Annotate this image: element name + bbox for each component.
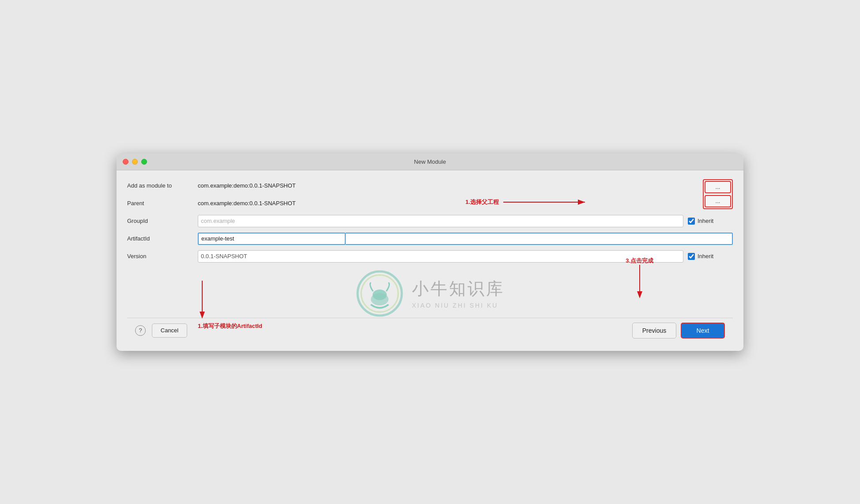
- parent-label: Parent: [127, 200, 198, 207]
- watermark: 小牛知识库 XIAO NIU ZHI SHI KU: [355, 269, 505, 318]
- annotation-2: 1.填写子模块的ArtifactId: [198, 322, 262, 330]
- version-inherit-label: Inherit: [698, 253, 713, 260]
- footer-right: Previous Next: [632, 323, 725, 339]
- close-button[interactable]: [123, 159, 128, 165]
- groupid-inherit-checkbox[interactable]: [688, 218, 695, 225]
- watermark-cn: 小牛知识库: [412, 278, 505, 300]
- maximize-button[interactable]: [141, 159, 147, 165]
- footer-left: ? Cancel: [135, 323, 187, 338]
- add-module-value: com.example:demo:0.0.1-SNAPSHOT: [198, 182, 296, 189]
- arrow-3: [635, 265, 644, 300]
- add-module-row: Add as module to com.example:demo:0.0.1-…: [127, 179, 733, 192]
- watermark-area: 小牛知识库 XIAO NIU ZHI SHI KU 3.点击完成: [127, 269, 733, 318]
- watermark-en: XIAO NIU ZHI SHI KU: [412, 302, 505, 309]
- parent-buttons-border: ... ...: [703, 179, 733, 209]
- main-content: Add as module to com.example:demo:0.0.1-…: [117, 170, 743, 351]
- watermark-text: 小牛知识库 XIAO NIU ZHI SHI KU: [412, 278, 505, 309]
- groupid-inherit-wrap: Inherit: [688, 218, 713, 225]
- groupid-label: GroupId: [127, 218, 198, 224]
- version-inherit-wrap: Inherit: [688, 253, 713, 260]
- titlebar-buttons: [123, 159, 147, 165]
- groupid-inherit-label: Inherit: [698, 218, 713, 224]
- artifactid-row: ArtifactId: [127, 232, 733, 245]
- window-title: New Module: [414, 158, 446, 165]
- previous-button[interactable]: Previous: [632, 323, 676, 339]
- parent-row: Parent com.example:demo:0.0.1-SNAPSHOT: [127, 197, 733, 210]
- form-section: Add as module to com.example:demo:0.0.1-…: [127, 179, 733, 267]
- titlebar: New Module: [117, 154, 743, 170]
- artifactid-input[interactable]: [198, 233, 346, 245]
- version-inherit-checkbox[interactable]: [688, 253, 695, 260]
- annotation-3: 3.点击完成: [626, 257, 653, 265]
- svg-point-7: [373, 290, 387, 300]
- watermark-logo: [355, 269, 404, 318]
- arrow-1: [503, 198, 592, 207]
- parent-value: com.example:demo:0.0.1-SNAPSHOT: [198, 200, 296, 207]
- parent-btn[interactable]: ...: [705, 195, 731, 207]
- artifactid-extend: [346, 233, 733, 245]
- next-button[interactable]: Next: [681, 323, 725, 339]
- groupid-input[interactable]: [198, 215, 683, 227]
- groupid-row: GroupId Inherit: [127, 214, 733, 228]
- parent-button-group: ... ...: [703, 179, 733, 209]
- annotation-1: 1.选择父工程: [465, 198, 499, 206]
- new-module-window: New Module Add as module to com.example:…: [117, 154, 743, 351]
- help-button[interactable]: ?: [135, 325, 146, 336]
- add-module-btn[interactable]: ...: [705, 181, 731, 193]
- artifactid-label: ArtifactId: [127, 235, 198, 242]
- version-input[interactable]: [198, 250, 683, 263]
- minimize-button[interactable]: [132, 159, 138, 165]
- version-label: Version: [127, 253, 198, 260]
- add-module-label: Add as module to: [127, 182, 198, 189]
- cancel-button[interactable]: Cancel: [152, 323, 187, 338]
